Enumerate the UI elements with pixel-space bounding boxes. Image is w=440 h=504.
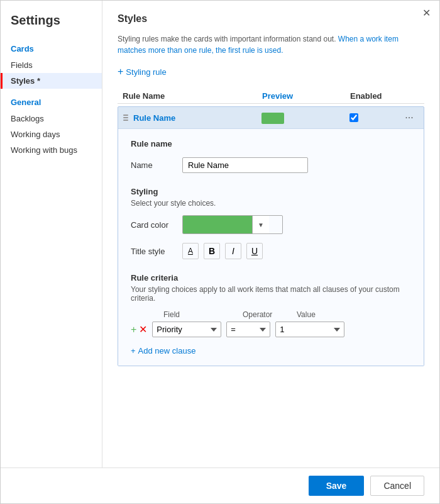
criteria-actions: + ✕	[131, 325, 147, 335]
remove-criteria-button[interactable]: ✕	[139, 325, 147, 335]
color-swatch	[183, 216, 252, 233]
drag-handle[interactable]	[123, 115, 128, 121]
card-color-dropdown[interactable]: ▼	[182, 215, 283, 234]
settings-title: Settings	[1, 13, 102, 40]
save-button[interactable]: Save	[309, 476, 365, 496]
underline-a-style-button[interactable]: A	[182, 243, 199, 259]
sidebar-section-general: General Backlogs Working days Working wi…	[1, 94, 102, 158]
criteria-col-headers: Field Operator Value	[163, 310, 414, 319]
value-col-header: Value	[297, 310, 316, 319]
section-styling-label: Styling	[131, 187, 414, 196]
main-content: Styles Styling rules make the cards with…	[102, 1, 439, 468]
plus-icon: +	[118, 66, 123, 77]
rule-row: Rule Name ··· Rule name N	[118, 106, 424, 366]
rule-name-text[interactable]: Rule Name	[133, 113, 175, 123]
operator-col-header: Operator	[243, 310, 287, 319]
table-header: Rule Name Preview Enabled	[118, 89, 424, 104]
name-form-row: Name	[131, 157, 414, 173]
sidebar-item-backlogs[interactable]: Backlogs	[1, 111, 102, 126]
dialog-footer: Save Cancel	[1, 468, 439, 503]
title-style-row: Title style A B I U	[131, 243, 414, 259]
section-rule-name-label: Rule name	[131, 139, 414, 148]
sidebar-item-working-with-bugs[interactable]: Working with bugs	[1, 142, 102, 158]
criteria-sub-label: Your styling choices apply to all work i…	[131, 285, 414, 303]
card-color-row: Card color ▼	[131, 215, 414, 234]
enabled-cell	[349, 113, 400, 122]
underline-style-button[interactable]: U	[246, 243, 263, 259]
sidebar-section-cards: Cards Fields Styles *	[1, 40, 102, 89]
preview-badge	[261, 113, 284, 124]
bold-style-button[interactable]: B	[204, 243, 220, 259]
add-clause-plus-icon: +	[131, 346, 136, 356]
add-criteria-button[interactable]: +	[131, 325, 136, 335]
color-arrow-icon: ▼	[252, 216, 269, 233]
more-options-button[interactable]: ···	[400, 112, 419, 123]
add-clause-button[interactable]: + Add new clause	[131, 346, 195, 356]
sidebar: Settings Cards Fields Styles * General B…	[1, 1, 102, 468]
info-text: Styling rules make the cards with import…	[118, 33, 407, 56]
rule-name-cell: Rule Name	[123, 113, 261, 123]
title-style-buttons: A B I U	[182, 243, 263, 259]
title-style-label: Title style	[131, 247, 175, 256]
sidebar-group-cards[interactable]: Cards	[1, 40, 102, 57]
sidebar-item-working-days[interactable]: Working days	[1, 126, 102, 142]
preview-cell	[261, 113, 349, 123]
field-col-header: Field	[163, 310, 233, 319]
col-actions	[400, 91, 419, 101]
name-label: Name	[131, 160, 175, 170]
sidebar-item-styles[interactable]: Styles *	[1, 73, 102, 89]
criteria-row: + ✕ Priority = 1	[131, 322, 414, 337]
add-rule-label: Styling rule	[126, 67, 166, 77]
sidebar-group-general[interactable]: General	[1, 94, 102, 111]
rule-row-header: Rule Name ···	[118, 107, 424, 128]
cancel-button[interactable]: Cancel	[370, 476, 424, 496]
add-styling-rule-button[interactable]: + Styling rule	[118, 66, 167, 77]
sidebar-item-fields[interactable]: Fields	[1, 57, 102, 73]
value-select[interactable]: 1	[275, 322, 344, 337]
page-title: Styles	[118, 13, 424, 25]
add-clause-label: Add new clause	[138, 346, 196, 356]
field-select[interactable]: Priority	[152, 322, 221, 337]
section-criteria-label: Rule criteria	[131, 273, 414, 283]
italic-style-button[interactable]: I	[225, 243, 241, 259]
styling-sub-label: Select your style choices.	[131, 199, 414, 208]
rule-name-input[interactable]	[182, 157, 308, 173]
close-button[interactable]: ✕	[422, 7, 431, 19]
col-rule-name: Rule Name	[123, 91, 262, 101]
enabled-checkbox[interactable]	[349, 113, 358, 122]
col-enabled: Enabled	[350, 91, 400, 101]
info-highlight: When a work item matches more than one r…	[118, 35, 399, 55]
col-preview: Preview	[262, 91, 350, 101]
operator-select[interactable]: =	[226, 322, 270, 337]
rule-details: Rule name Name Styling Select your style…	[118, 128, 424, 366]
card-color-label: Card color	[131, 220, 175, 230]
